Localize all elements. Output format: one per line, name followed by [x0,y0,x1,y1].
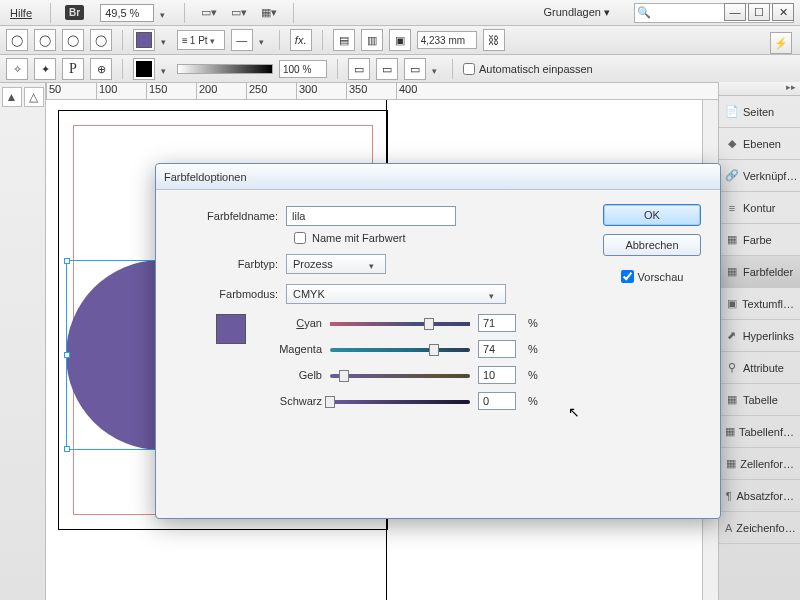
panel-verknpf[interactable]: 🔗Verknüpf… [719,160,800,192]
panel-icon: 🔗 [725,169,739,183]
panel-icon: ⚲ [725,361,739,375]
black-value[interactable] [478,392,516,410]
ruler-tick: 50 [46,83,96,99]
arrange-icon[interactable]: ▦▾ [259,3,279,23]
chevron-down-icon[interactable] [160,8,170,18]
dimension-field[interactable] [417,31,477,49]
cyan-slider[interactable] [330,317,470,329]
wrap-icon[interactable]: ▭ [376,58,398,80]
direct-selection-tool-icon[interactable]: △ [24,87,44,107]
tool-icon[interactable]: ◯ [90,29,112,51]
ok-button[interactable]: OK [603,204,701,226]
swatch-name-input[interactable] [286,206,456,226]
zoom-control[interactable] [100,4,170,22]
view-options-icon[interactable]: ▭▾ [199,3,219,23]
tool-icon[interactable]: ✦ [34,58,56,80]
magenta-slider[interactable] [330,343,470,355]
align-icon[interactable]: ▥ [361,29,383,51]
align-icon[interactable]: ▤ [333,29,355,51]
ruler-tick: 100 [96,83,146,99]
color-type-label: Farbtyp: [174,258,286,270]
screen-mode-icon[interactable]: ▭▾ [229,3,249,23]
panel-icon: ▦ [725,265,739,279]
panel-farbfelder[interactable]: ▦Farbfelder [719,256,800,288]
fx-icon[interactable]: fx. [290,29,312,51]
stroke-weight-field[interactable]: ≡1 Pt [177,30,225,50]
panel-label: Hyperlinks [743,330,794,342]
panel-attribute[interactable]: ⚲Attribute [719,352,800,384]
search-icon: 🔍 [635,6,653,19]
color-mode-label: Farbmodus: [174,288,286,300]
window-close-button[interactable]: ✕ [772,3,794,21]
ruler-tick: 400 [396,83,446,99]
autofit-checkbox[interactable]: Automatisch einpassen [463,63,593,75]
panel-icon: A [725,521,732,535]
tool-icon[interactable]: ◯ [62,29,84,51]
yellow-slider[interactable] [330,369,470,381]
panel-tabellenf[interactable]: ▦Tabellenf… [719,416,800,448]
frame-fit-icon[interactable]: ▣ [389,29,411,51]
color-type-combo[interactable]: Prozess [286,254,386,274]
stroke-style-icon[interactable]: — [231,29,253,51]
magenta-value[interactable] [478,340,516,358]
panel-label: Zeichenfo… [736,522,795,534]
cancel-button[interactable]: Abbrechen [603,234,701,256]
ruler-tick: 150 [146,83,196,99]
tint-field[interactable] [279,60,327,78]
stroke-swatch[interactable] [133,58,155,80]
dock-collapse-icon[interactable]: ▸▸ [719,82,800,96]
panel-zellenfor[interactable]: ▦Zellenfor… [719,448,800,480]
menu-help[interactable]: Hilfe [6,5,36,21]
panel-kontur[interactable]: ≡Kontur [719,192,800,224]
tool-icon[interactable]: ◯ [34,29,56,51]
panel-tabelle[interactable]: ▦Tabelle [719,384,800,416]
panel-seiten[interactable]: 📄Seiten [719,96,800,128]
dialog-title[interactable]: Farbfeldoptionen [156,164,720,190]
panel-label: Kontur [743,202,775,214]
preview-checkbox[interactable]: Vorschau [621,270,684,283]
control-bar-2: ✧ ✦ P ⊕ ▭ ▭ ▭ Automatisch einpassen [0,55,800,84]
link-icon[interactable]: ⛓ [483,29,505,51]
panel-icon: ▦ [725,425,735,439]
color-mode-combo[interactable]: CMYK [286,284,506,304]
chevron-down-icon[interactable] [161,35,171,45]
chevron-down-icon [369,259,379,269]
fill-swatch[interactable] [133,29,155,51]
panel-label: Farbfelder [743,266,793,278]
panel-hyperlinks[interactable]: ⬈Hyperlinks [719,320,800,352]
window-maximize-button[interactable]: ☐ [748,3,770,21]
panel-zeichenfo[interactable]: AZeichenfo… [719,512,800,544]
wrap-icon[interactable]: ▭ [404,58,426,80]
panel-dock: ▸▸ 📄Seiten◆Ebenen🔗Verknüpf…≡Kontur▦Farbe… [718,82,800,600]
panel-label: Seiten [743,106,774,118]
type-tool-icon[interactable]: P [62,58,84,80]
tool-icon[interactable]: ✧ [6,58,28,80]
panel-farbe[interactable]: ▦Farbe [719,224,800,256]
ruler-tick: 300 [296,83,346,99]
panel-textumfl[interactable]: ▣Textumfl… [719,288,800,320]
tool-icon[interactable]: ⊕ [90,58,112,80]
window-minimize-button[interactable]: — [724,3,746,21]
bridge-icon[interactable]: Br [65,5,84,20]
tool-icon[interactable]: ◯ [6,29,28,51]
panel-icon: ¶ [725,489,733,503]
panel-icon: ▣ [725,297,738,311]
panel-icon: ◆ [725,137,739,151]
wrap-icon[interactable]: ▭ [348,58,370,80]
workspace-switcher[interactable]: Grundlagen ▾ [539,4,614,21]
black-slider[interactable] [330,395,470,407]
panel-absatzfor[interactable]: ¶Absatzfor… [719,480,800,512]
cyan-label: CCyanyan [262,317,322,329]
tint-ramp[interactable] [177,64,273,74]
selection-tool-icon[interactable]: ▲ [2,87,22,107]
quick-apply-icon[interactable]: ⚡ [770,32,792,54]
panel-ebenen[interactable]: ◆Ebenen [719,128,800,160]
zoom-input[interactable] [100,4,154,22]
panel-label: Attribute [743,362,784,374]
panel-icon: ▦ [725,457,736,471]
yellow-value[interactable] [478,366,516,384]
cyan-value[interactable] [478,314,516,332]
control-bar-1: ◯ ◯ ◯ ◯ ≡1 Pt — fx. ▤ ▥ ▣ ⛓ ⚡ [0,26,800,55]
panel-label: Tabellenf… [739,426,794,438]
panel-label: Verknüpf… [743,170,797,182]
